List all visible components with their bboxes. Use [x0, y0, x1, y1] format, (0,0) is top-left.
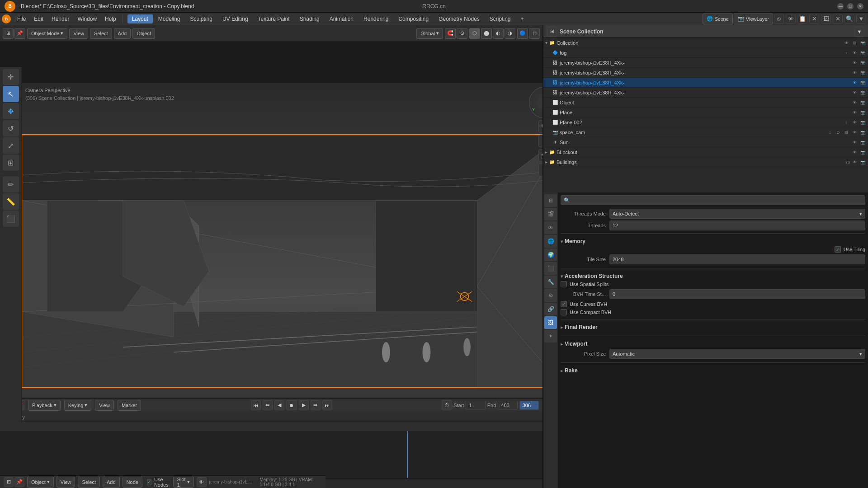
outliner-item-plane[interactable]: ⬜ Plane 👁 📷	[543, 108, 868, 117]
fog-visibility[interactable]: 👁	[851, 49, 858, 56]
jump-start-btn[interactable]: ⏮	[251, 400, 261, 410]
spacecam-ops3[interactable]: ⊞	[843, 129, 850, 136]
slot-dropdown[interactable]: Slot 1 ▾	[173, 477, 194, 488]
modifier-tab[interactable]: 🔧	[544, 276, 557, 288]
wireframe-btn[interactable]: ⬡	[469, 28, 480, 39]
timeline-body[interactable]	[0, 431, 542, 478]
workspace-sculpting[interactable]: Sculpting	[186, 14, 217, 23]
prev-keyframe-btn[interactable]: ⬅	[263, 400, 273, 410]
object-btn[interactable]: Object	[132, 28, 155, 39]
view-btm[interactable]: View	[57, 477, 75, 488]
workspace-rendering[interactable]: Rendering	[359, 14, 393, 23]
global-dropdown[interactable]: Global ▾	[416, 28, 443, 39]
zoom-out-btn[interactable]: −	[538, 135, 542, 147]
outliner-item-spacecam[interactable]: 📷 space_cam ↕ ⊙ ⊞ 👁 📷	[543, 127, 868, 137]
top-icon-6[interactable]: ✕	[833, 14, 843, 24]
material-preview-btn[interactable]: ◐	[493, 28, 504, 39]
workspace-texture-paint[interactable]: Texture Paint	[254, 14, 294, 23]
outliner-item-fog[interactable]: 🔷 fog ↕ 👁 📷	[543, 48, 868, 58]
maximize-button[interactable]: □	[847, 3, 854, 9]
file-menu[interactable]: File	[14, 14, 29, 23]
prev-frame-btn[interactable]: ◀	[274, 400, 284, 410]
viewer-icon[interactable]: 👁	[197, 477, 207, 487]
zoom-in-btn[interactable]: 🔍	[538, 120, 542, 133]
outliner-item-jb1[interactable]: 🖼 jeremy-bishop-j1vE38H_4Xk- 👁 📷	[543, 58, 868, 68]
snap-btn[interactable]: 🧲	[445, 28, 456, 39]
outliner-item-jb4[interactable]: 🖼 jeremy-bishop-j1vE38H_4Xk- 👁 📷	[543, 88, 868, 98]
spatial-splits-checkbox[interactable]	[561, 281, 567, 287]
viewport-3d[interactable]: Camera Perspective (306) Scene Collectio…	[22, 83, 542, 398]
collection-render[interactable]: 📷	[859, 39, 866, 47]
bvh-time-field[interactable]: 0	[609, 289, 865, 299]
jb2-render[interactable]: 📷	[859, 69, 866, 76]
spacecam-render[interactable]: 📷	[859, 129, 866, 136]
filter-btn[interactable]: ▼	[854, 27, 864, 37]
top-icon-1[interactable]: ⎋	[774, 14, 784, 24]
final-render-header[interactable]: ▸ Final Render	[561, 322, 865, 332]
jb3-render[interactable]: 📷	[859, 79, 866, 86]
workspace-add[interactable]: +	[516, 14, 528, 23]
outliner-item-object[interactable]: ⬜ Object 👁 📷	[543, 98, 868, 108]
use-tiling-checkbox[interactable]	[835, 246, 841, 253]
props-search[interactable]: 🔍	[561, 195, 865, 205]
edit-menu[interactable]: Edit	[30, 14, 47, 23]
tile-size-field[interactable]: 2048	[609, 254, 865, 264]
next-keyframe-btn[interactable]: ➡	[311, 400, 321, 410]
viewlayer-dropdown[interactable]: 📷 ViewLayer	[734, 14, 773, 24]
fog-ops[interactable]: ↕	[843, 49, 850, 56]
spacecam-ops1[interactable]: ↕	[826, 129, 834, 136]
top-icon-4[interactable]: ✕	[809, 14, 819, 24]
curves-bvh-checkbox[interactable]	[561, 301, 567, 307]
current-frame-field[interactable]: 306	[519, 401, 539, 410]
memory-section-header[interactable]: ▾ Memory	[561, 236, 865, 246]
measure-tool[interactable]: 📏	[3, 193, 19, 210]
texture-tab[interactable]: ✦	[544, 330, 557, 343]
select-btm[interactable]: Select	[78, 477, 100, 488]
window-menu[interactable]: Window	[74, 14, 100, 23]
nav-gizmo[interactable]: Z X Y	[529, 87, 542, 118]
workspace-uv-editing[interactable]: UV Editing	[218, 14, 253, 23]
sync-btn[interactable]: ⏱	[442, 400, 452, 410]
btm-pin[interactable]: 📌	[14, 477, 24, 487]
add-cube-tool[interactable]: ⬛	[3, 211, 19, 227]
outliner-item-buildings[interactable]: ▸ 📁 Buildings 73 👁 📷	[543, 157, 868, 167]
editor-type-btn[interactable]: ⊞	[3, 28, 14, 39]
use-nodes-checkbox[interactable]	[147, 479, 151, 485]
proportional-btn[interactable]: ⊙	[457, 28, 467, 39]
collection-viewport[interactable]: ⊞	[851, 39, 858, 47]
outliner-item-plane002[interactable]: ⬜ Plane.002 ↕ 👁 📷	[543, 117, 868, 127]
object-mode-btm[interactable]: Object ▾	[27, 477, 54, 488]
world-tab[interactable]: 🌍	[544, 249, 557, 261]
threads-mode-dropdown[interactable]: Auto-Detect ▾	[609, 209, 865, 219]
tl-view-btn[interactable]: View	[95, 400, 114, 411]
solid-btn[interactable]: ⬤	[481, 28, 492, 39]
annotate-tool[interactable]: ✏	[3, 176, 19, 192]
add-btm[interactable]: Add	[103, 477, 120, 488]
obj-render[interactable]: 📷	[859, 99, 866, 106]
buildings-render[interactable]: 📷	[859, 159, 866, 166]
scene-dropdown[interactable]: 🌐 Scene	[703, 14, 733, 24]
node-btm[interactable]: Node	[123, 477, 142, 488]
scale-tool[interactable]: ⤢	[3, 137, 19, 154]
workspace-compositing[interactable]: Compositing	[394, 14, 433, 23]
plane-render[interactable]: 📷	[859, 109, 866, 116]
cursor-tool[interactable]: ✛	[3, 69, 19, 85]
outliner-item-collection[interactable]: ▾ 📁 Collection 👁 ⊞ 📷	[543, 38, 868, 48]
jb4-visibility[interactable]: 👁	[851, 89, 858, 96]
select-btn[interactable]: Select	[90, 28, 112, 39]
physics-tab[interactable]: 🔗	[544, 303, 557, 315]
rendered-btn[interactable]: ◑	[505, 28, 515, 39]
outliner-type-btn[interactable]: ⊞	[547, 27, 557, 37]
xray-btn[interactable]: ◻	[529, 28, 540, 39]
render-menu[interactable]: Render	[48, 14, 73, 23]
workspace-modeling[interactable]: Modeling	[154, 14, 185, 23]
jb1-visibility[interactable]: 👁	[851, 59, 858, 66]
add-btn[interactable]: Add	[114, 28, 131, 39]
playback-dropdown[interactable]: Playback ▾	[28, 400, 61, 411]
overlay-btn[interactable]: 🔵	[517, 28, 528, 39]
object-props-tab[interactable]: ⬛	[544, 262, 557, 275]
play-btn[interactable]: ⏺	[286, 400, 297, 410]
jb1-render[interactable]: 📷	[859, 59, 866, 66]
close-button[interactable]: ✕	[857, 3, 863, 9]
obj-visibility[interactable]: 👁	[851, 99, 858, 106]
